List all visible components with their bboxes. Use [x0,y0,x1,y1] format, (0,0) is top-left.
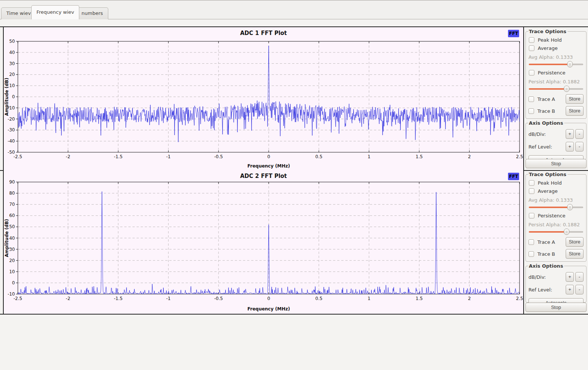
slider-handle[interactable] [567,61,573,67]
peak-hold-checkbox[interactable] [529,37,534,43]
slider-handle[interactable] [567,204,573,210]
tab-numbers[interactable]: numbers [76,7,108,19]
trace-b-checkbox[interactable] [528,251,534,257]
stop-button-adc2[interactable]: Stop [525,303,587,312]
store-trace-b-button[interactable]: Store [566,106,584,116]
x-tick-label: 0 [267,296,270,301]
y-tick-label: 0 [12,94,15,99]
persistence-checkbox[interactable] [529,213,534,219]
x-tick-label: 1.5 [416,154,423,159]
store-trace-b-button[interactable]: Store [566,249,584,259]
average-checkbox[interactable] [529,188,534,194]
x-tick-label: -0.5 [214,154,223,159]
ref-level-label: Ref Level: [528,144,564,150]
x-tick-label: -2.5 [13,296,22,301]
slider-handle[interactable] [564,229,569,235]
trace-a-checkbox[interactable] [528,96,534,102]
tab-bar: Time wiev Frequency wiev numbers [0,0,588,19]
trace-b-label: Trace B [537,108,555,114]
ref-level-plus-button[interactable]: + [566,285,574,294]
x-tick-label: 2 [468,154,471,159]
store-trace-a-button[interactable]: Store [566,94,584,104]
axis-options-group-2: Axis Options dB/Div: + - Ref Level: + - … [525,263,587,303]
ref-level-plus-button[interactable]: + [566,142,574,151]
persist-alpha-slider[interactable] [529,86,583,92]
adc2-plot-title: ADC 2 FFT Plot [4,173,523,179]
persist-alpha-label: Persist Alpha: 0.1882 [528,79,584,84]
axis-options-title: Axis Options [528,120,564,126]
persistence-checkbox[interactable] [529,70,534,76]
peak-hold-label: Peak Hold [538,180,562,186]
adc2-plot-panel: ADC 2 FFT Plot FFT -2.5-2-1.5-1-0.500.51… [3,170,524,314]
trace-a-checkbox[interactable] [528,239,534,245]
slider-handle[interactable] [564,86,569,92]
x-tick-label: 2.5 [516,154,523,159]
trace-b-checkbox[interactable] [528,108,534,114]
average-label: Average [538,188,557,194]
x-tick-label: 0.5 [315,154,322,159]
db-div-label: dB/Div: [528,274,564,280]
trace-options-group-2: Trace Options Peak Hold Average Avg Alph… [525,172,587,262]
tab-time-view[interactable]: Time wiev [1,7,36,19]
x-tick-label: 2.5 [516,296,523,301]
slider-fill [529,231,567,233]
adc2-side-panel: Trace Options Peak Hold Average Avg Alph… [524,170,588,314]
y-tick-label: 40 [9,236,15,241]
avg-alpha-label: Avg Alpha: 0.1333 [528,54,584,60]
slider-fill [529,207,570,208]
x-tick-label: -1 [166,154,170,159]
adc1-plot-title: ADC 1 FFT Plot [4,30,523,36]
y-tick-label: -10 [7,291,15,297]
y-tick-label: 50 [9,39,15,44]
ref-level-minus-button[interactable]: - [575,285,584,294]
adc2-row: ADC 2 FFT Plot FFT -2.5-2-1.5-1-0.500.51… [0,170,588,315]
db-div-minus-button[interactable]: - [575,129,584,139]
slider-fill [529,88,567,90]
y-tick-label: 10 [9,269,15,274]
ref-level-minus-button[interactable]: - [575,142,584,151]
y-tick-label: 0 [12,280,15,286]
y-tick-label: 20 [9,72,15,77]
persist-alpha-slider[interactable] [529,229,583,235]
x-tick-label: -0.5 [214,296,223,301]
trace-options-group-1: Trace Options Peak Hold Average Avg Alph… [525,29,587,119]
y-axis-label: Amplitude (dB) [4,78,9,116]
axis-options-title: Axis Options [528,263,564,269]
average-label: Average [538,45,557,51]
tab-frequency-view[interactable]: Frequency wiev [31,5,79,19]
trace-a-label: Trace A [537,96,555,102]
peak-hold-label: Peak Hold [538,37,562,43]
y-tick-label: 90 [9,180,15,185]
y-tick-label: 10 [9,83,15,88]
tab-content-frame: ADC 1 FFT Plot FFT -2.5-2-1.5-1-0.500.51… [0,19,588,370]
y-tick-label: 70 [9,202,15,207]
stop-button-adc1[interactable]: Stop [525,159,587,168]
x-tick-label: 1 [368,154,371,159]
fft-badge: FFT [508,173,519,180]
peak-hold-checkbox[interactable] [529,180,534,186]
db-div-plus-button[interactable]: + [566,272,574,282]
average-checkbox[interactable] [529,45,534,51]
store-trace-a-button[interactable]: Store [566,237,584,247]
axis-options-group-1: Axis Options dB/Div: + - Ref Level: + - … [525,120,587,160]
ref-level-label: Ref Level: [528,287,564,293]
trace-b-label: Trace B [537,251,555,257]
y-tick-label: 20 [9,258,15,263]
db-div-minus-button[interactable]: - [575,272,584,282]
x-tick-label: 0.5 [315,296,322,301]
y-tick-label: 30 [9,247,15,252]
y-tick-label: 60 [9,213,15,218]
x-tick-label: 1 [368,296,371,301]
db-div-plus-button[interactable]: + [566,129,574,139]
trace-a-label: Trace A [537,239,555,245]
avg-alpha-slider[interactable] [529,204,583,210]
x-tick-label: -2.5 [13,154,22,159]
avg-alpha-slider[interactable] [529,61,583,67]
adc1-plot-panel: ADC 1 FFT Plot FFT -2.5-2-1.5-1-0.500.51… [3,27,524,170]
y-axis-label: Amplitude (dB) [4,219,9,257]
persistence-label: Persistence [538,70,565,76]
x-tick-label: -2 [66,154,70,159]
y-tick-label: 80 [9,191,15,196]
trace-options-title: Trace Options [528,29,568,34]
x-axis-label: Frequency (MHz) [247,163,290,169]
